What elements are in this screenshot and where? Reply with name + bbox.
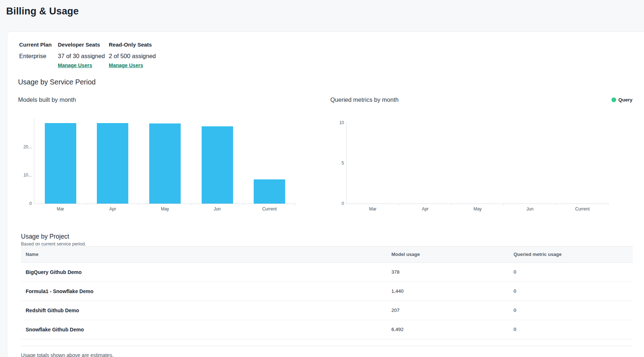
model-usage-cell: 1,440	[391, 282, 404, 301]
y-axis-tick-label: 10...	[10, 172, 32, 178]
y-axis-tick-label: 20...	[10, 144, 32, 150]
x-axis-tick	[556, 204, 556, 205]
model-usage-cell: 207	[391, 301, 400, 320]
x-axis-label-apr: Apr	[87, 206, 139, 212]
developer-seats-value: 37 of 30 assigned	[58, 53, 105, 60]
bar-current	[254, 179, 285, 204]
project-usage-rows: BigQuery Github Demo3780Formula1 - Snowf…	[21, 263, 633, 339]
queried-metric-usage-cell: 0	[514, 320, 516, 339]
readonly-seats-value: 2 of 500 assigned	[109, 53, 156, 60]
model-usage-cell: 6,492	[391, 320, 404, 339]
x-axis-tick	[503, 204, 504, 205]
y-axis-tick-label: 10	[322, 120, 344, 126]
plan-summary-developer-seats: Developer Seats 37 of 30 assigned Manage…	[58, 42, 105, 69]
current-plan-value: Enterprise	[19, 53, 52, 60]
usage-estimates-footnote: Usage totals shown above are estimates.	[21, 352, 113, 357]
project-name-cell: Formula1 - Snowflake Demo	[26, 282, 93, 301]
billing-card: Current Plan Enterprise Developer Seats …	[7, 31, 644, 357]
y-axis-tick-label: 0	[322, 201, 344, 206]
x-axis-tick	[243, 204, 243, 205]
x-axis-label-current: Current	[243, 206, 296, 212]
page-header: Billing & Usage	[0, 0, 644, 31]
billing-usage-page: Billing & Usage Current Plan Enterprise …	[0, 0, 644, 357]
x-axis-label-jun: Jun	[191, 206, 244, 212]
table-row: BigQuery Github Demo3780	[21, 263, 633, 282]
y-axis-tick-label: 0	[10, 201, 32, 206]
column-header-queried-metric-usage: Queried metric usage	[514, 247, 562, 262]
query-legend-dot-icon	[611, 97, 616, 102]
table-row: Snowflake Github Demo6,4920	[21, 320, 633, 339]
queried-metric-usage-cell: 0	[514, 301, 516, 320]
x-axis-tick	[399, 204, 399, 205]
project-name-cell: BigQuery Github Demo	[26, 263, 82, 282]
project-usage-heading: Usage by Project	[21, 233, 69, 240]
manage-users-link-readonly[interactable]: Manage Users	[109, 62, 143, 68]
x-axis-tick	[191, 204, 191, 205]
x-axis-tick	[138, 204, 139, 205]
project-usage-subheading: Based on current service period.	[21, 241, 86, 247]
project-name-cell: Redshift Github Demo	[26, 301, 79, 320]
x-axis-tick	[451, 204, 451, 205]
x-axis-label-may: May	[139, 206, 191, 212]
x-axis-tick	[295, 204, 296, 205]
bar-jun	[202, 126, 233, 204]
bar-may	[149, 123, 181, 204]
project-name-cell: Snowflake Github Demo	[26, 320, 84, 339]
manage-users-link-developer[interactable]: Manage Users	[58, 62, 92, 68]
developer-seats-label: Developer Seats	[58, 42, 105, 48]
bar-apr	[97, 123, 128, 204]
page-title: Billing & Usage	[6, 6, 79, 17]
readonly-seats-label: Read-Only Seats	[109, 42, 156, 48]
chart-legend: Query	[611, 97, 632, 103]
plan-summary-readonly-seats: Read-Only Seats 2 of 500 assigned Manage…	[109, 42, 156, 69]
table-header-row: Name Model usage Queried metric usage	[21, 246, 633, 263]
bar-mar	[45, 123, 76, 204]
plan-summary-current-plan: Current Plan Enterprise	[19, 42, 52, 60]
y-axis-tick-label: 5	[322, 160, 344, 166]
column-header-name: Name	[26, 247, 38, 262]
models-built-chart-title: Models built by month	[18, 96, 76, 103]
query-legend-label: Query	[618, 97, 632, 103]
models-built-chart: 010...20...MarAprMayJunCurrent	[34, 118, 296, 204]
x-axis-label-mar: Mar	[347, 206, 399, 212]
x-axis-label-mar: Mar	[34, 206, 87, 212]
column-header-model-usage: Model usage	[391, 247, 420, 262]
x-axis-label-current: Current	[556, 206, 609, 212]
usage-section-heading: Usage by Service Period	[18, 78, 96, 86]
table-row: Redshift Github Demo2070	[21, 301, 633, 320]
queried-metrics-chart: 0510MarAprMayJunCurrent	[346, 123, 609, 204]
x-axis-label-may: May	[451, 206, 504, 212]
queried-metric-usage-cell: 0	[514, 282, 516, 301]
x-axis-label-apr: Apr	[399, 206, 451, 212]
x-axis-tick	[608, 204, 609, 205]
table-row: Formula1 - Snowflake Demo1,4400	[21, 282, 633, 301]
project-usage-table: Name Model usage Queried metric usage Bi…	[21, 246, 633, 339]
queried-metric-usage-cell: 0	[514, 263, 516, 282]
model-usage-cell: 378	[391, 263, 400, 282]
table-bottom-divider	[21, 346, 633, 346]
queried-metrics-chart-title: Queried metrics by month	[330, 96, 399, 103]
current-plan-label: Current Plan	[19, 42, 52, 48]
x-axis-label-jun: Jun	[504, 206, 556, 212]
x-axis-tick	[86, 204, 87, 205]
